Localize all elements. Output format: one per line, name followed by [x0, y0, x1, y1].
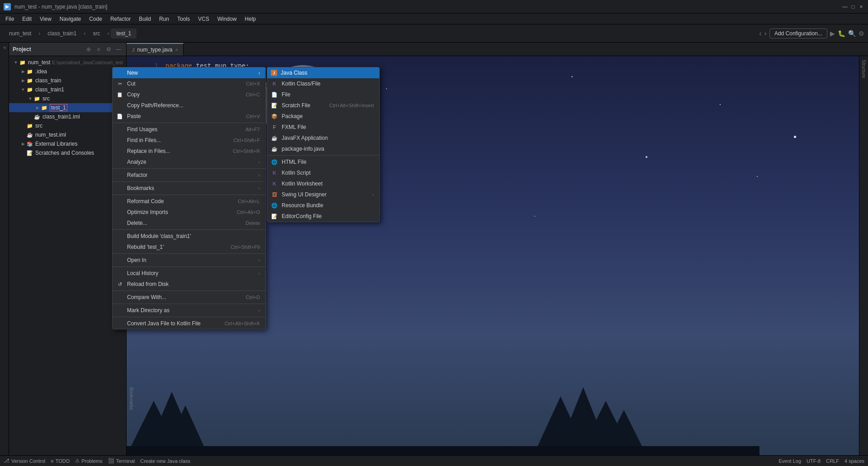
- menu-file[interactable]: File: [2, 15, 18, 23]
- settings-button[interactable]: ⚙: [859, 30, 864, 37]
- back-button[interactable]: ‹: [759, 29, 761, 38]
- context-menu-item-optimize[interactable]: Optimize Imports Ctrl+Alt+O: [113, 207, 265, 218]
- context-menu-item-copy[interactable]: 📋 Copy Ctrl+C: [113, 89, 265, 100]
- tree-item-test1[interactable]: ▶ 📁 test_1: [9, 103, 126, 112]
- status-version-control[interactable]: ⎇ Version Control: [4, 458, 45, 464]
- project-icon[interactable]: P: [1, 44, 8, 52]
- status-event-log[interactable]: Event Log: [779, 458, 802, 464]
- star: [794, 136, 796, 138]
- submenu-item-kotlin-worksheet[interactable]: K Kotlin Worksheet: [267, 178, 379, 189]
- search-button[interactable]: 🔍: [848, 30, 856, 37]
- tree-item-scratches[interactable]: ▶ 📝 Scratches and Consoles: [9, 148, 126, 157]
- status-line-ending[interactable]: CRLF: [826, 458, 839, 464]
- panel-settings-icon[interactable]: ⚙: [104, 45, 113, 53]
- context-menu-item-paste[interactable]: 📄 Paste Ctrl+V: [113, 111, 265, 122]
- context-menu-item-convert[interactable]: Convert Java File to Kotlin File Ctrl+Al…: [113, 318, 265, 329]
- submenu-item-package-info[interactable]: ☕ package-info.java: [267, 143, 379, 154]
- context-menu-item-copy-path[interactable]: Copy Path/Reference...: [113, 100, 265, 111]
- context-menu-item-mark-dir[interactable]: Mark Directory as ›: [113, 305, 265, 316]
- context-menu-item-compare[interactable]: Compare With... Ctrl+D: [113, 292, 265, 303]
- submenu-item-resource-bundle[interactable]: 🌐 Resource Bundle: [267, 200, 379, 211]
- submenu-item-swing-ui[interactable]: 🖼 Swing UI Designer ›: [267, 189, 379, 200]
- run-button[interactable]: ▶: [830, 30, 835, 37]
- tree-item-iml1[interactable]: ▶ ☕ class_train1.iml: [9, 112, 126, 121]
- status-terminal[interactable]: ⬛ Terminal: [108, 458, 135, 464]
- cm-label-analyze: Analyze: [127, 159, 255, 165]
- tree-item-num-test[interactable]: ▼ 📁 num_test E:\specialised_JavaCode\num…: [9, 58, 126, 67]
- status-todo[interactable]: ≡ TODO: [51, 458, 70, 464]
- context-menu-item-refactor[interactable]: Refactor ›: [113, 170, 265, 181]
- submenu-item-java-class[interactable]: J Java Class: [267, 67, 379, 78]
- status-indent[interactable]: 4 spaces: [844, 458, 864, 464]
- menu-edit[interactable]: Edit: [19, 15, 35, 23]
- menu-vcs[interactable]: VCS: [194, 15, 213, 23]
- context-menu-item-analyze[interactable]: Analyze ›: [113, 157, 265, 167]
- nav-tab-num-test[interactable]: num_test: [4, 29, 37, 38]
- context-menu-item-reload[interactable]: ↺ Reload from Disk: [113, 279, 265, 290]
- menu-navigate[interactable]: Navigate: [56, 15, 85, 23]
- context-menu-item-local-history[interactable]: Local History ›: [113, 268, 265, 279]
- editor-tab-num-type[interactable]: J num_type.java ×: [127, 43, 184, 56]
- close-button[interactable]: ×: [858, 4, 864, 10]
- panel-globe-icon[interactable]: ⊕: [85, 45, 93, 53]
- bookmarks-label[interactable]: Bookmarks: [129, 387, 134, 410]
- status-encoding[interactable]: UTF-8: [807, 458, 821, 464]
- context-menu-item-find-in-files[interactable]: Find in Files... Ctrl+Shift+F: [113, 135, 265, 146]
- nav-tab-src[interactable]: src: [87, 29, 105, 38]
- forward-button[interactable]: ›: [764, 29, 767, 38]
- nav-tab-test1[interactable]: test_1: [111, 29, 137, 38]
- tree-item-class-train1[interactable]: ▼ 📁 class_train1: [9, 85, 126, 94]
- separator-2: [113, 168, 265, 169]
- file-tree: ▼ 📁 num_test E:\specialised_JavaCode\num…: [9, 56, 126, 455]
- tree-item-num-test-iml[interactable]: ▶ ☕ num_test.iml: [9, 130, 126, 139]
- minimize-button[interactable]: —: [842, 4, 848, 10]
- menu-code[interactable]: Code: [85, 15, 106, 23]
- tab-close-button[interactable]: ×: [175, 48, 178, 52]
- context-menu-item-bookmarks[interactable]: Bookmarks ›: [113, 183, 265, 194]
- context-menu-item-replace-in-files[interactable]: Replace in Files... Ctrl+Shift+R: [113, 146, 265, 157]
- menu-view[interactable]: View: [36, 15, 55, 23]
- tree-item-external-libs[interactable]: ▶ 📚 External Libraries: [9, 139, 126, 148]
- context-menu-item-rebuild[interactable]: Rebuild 'test_1' Ctrl+Shift+F9: [113, 242, 265, 252]
- submenu-item-package[interactable]: 📦 Package: [267, 111, 379, 122]
- tree-item-idea[interactable]: ▶ 📁 .idea: [9, 67, 126, 76]
- tree-item-class-train[interactable]: ▶ 📁 class_train: [9, 76, 126, 85]
- separator-10: [113, 317, 265, 317]
- status-problems[interactable]: ⚠ Problems: [75, 458, 102, 464]
- panel-collapse-icon[interactable]: ≡: [94, 45, 103, 53]
- package-info-icon: ☕: [271, 145, 278, 152]
- window-controls[interactable]: — □ ×: [842, 4, 864, 10]
- menu-build[interactable]: Build: [135, 15, 155, 23]
- submenu-item-kotlin-script[interactable]: K Kotlin Script: [267, 167, 379, 178]
- file-icon: 📄: [271, 91, 278, 98]
- debug-button[interactable]: 🐛: [838, 30, 845, 37]
- nav-tab-class-train1[interactable]: class_train1: [42, 29, 82, 38]
- menu-refactor[interactable]: Refactor: [107, 15, 134, 23]
- submenu-item-fxml[interactable]: F FXML File: [267, 122, 379, 133]
- context-menu-item-cut[interactable]: ✂ Cut Ctrl+X: [113, 78, 265, 89]
- submenu-item-file[interactable]: 📄 File: [267, 89, 379, 100]
- structure-label[interactable]: Structure: [861, 60, 866, 78]
- context-menu-item-delete[interactable]: Delete... Delete: [113, 218, 265, 228]
- context-menu-item-open-in[interactable]: Open In ›: [113, 255, 265, 266]
- submenu-item-html[interactable]: 🌐 HTML File: [267, 157, 379, 167]
- submenu-item-editorconfig[interactable]: 📝 EditorConfig File: [267, 211, 379, 222]
- reload-icon: ↺: [116, 281, 123, 288]
- menu-help[interactable]: Help: [241, 15, 259, 23]
- context-menu-item-find-usages[interactable]: Find Usages Alt+F7: [113, 124, 265, 135]
- menu-tools[interactable]: Tools: [174, 15, 193, 23]
- tree-item-src-root[interactable]: ▶ 📁 src: [9, 121, 126, 130]
- panel-minimize-icon[interactable]: —: [114, 45, 123, 53]
- tree-item-src-class-train1[interactable]: ▼ 📁 src: [9, 94, 126, 103]
- submenu-item-scratch[interactable]: 📝 Scratch File Ctrl+Alt+Shift+Insert: [267, 100, 379, 111]
- menu-run[interactable]: Run: [156, 15, 173, 23]
- context-menu-item-build-module[interactable]: Build Module 'class_train1': [113, 231, 265, 242]
- submenu-item-javafx[interactable]: ☕ JavaFX Application: [267, 133, 379, 143]
- context-menu-item-new[interactable]: New ›: [113, 67, 265, 78]
- add-configuration-button[interactable]: Add Configuration...: [769, 29, 827, 38]
- submenu-item-kotlin-class[interactable]: K Kotlin Class/File: [267, 78, 379, 89]
- sm-label-resource-bundle: Resource Bundle: [282, 202, 374, 209]
- maximize-button[interactable]: □: [850, 4, 856, 10]
- context-menu-item-reformat[interactable]: Reformat Code Ctrl+Alt+L: [113, 196, 265, 207]
- menu-window[interactable]: Window: [214, 15, 241, 23]
